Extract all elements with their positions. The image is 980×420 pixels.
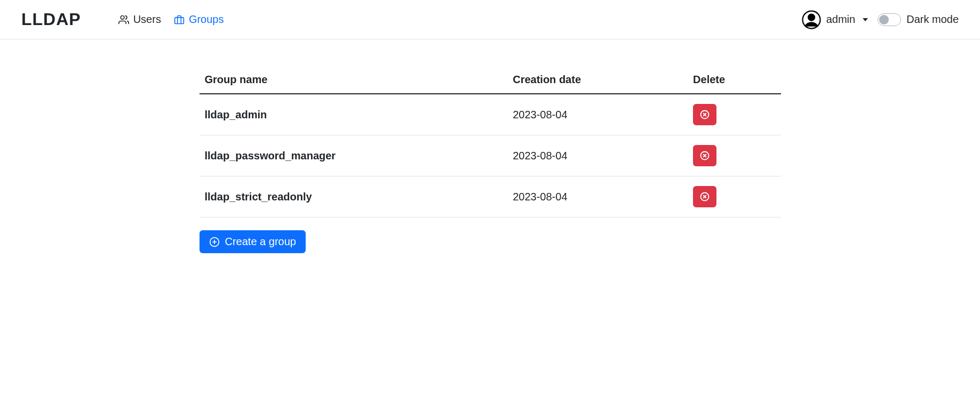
nav-users-label: Users bbox=[133, 13, 161, 26]
delete-button[interactable] bbox=[693, 145, 716, 166]
delete-cell bbox=[688, 176, 780, 217]
user-name: admin bbox=[826, 13, 855, 26]
navbar: LLDAP Users Groups admin bbox=[0, 0, 980, 39]
chevron-down-icon bbox=[863, 18, 868, 21]
group-date-cell: 2023-08-04 bbox=[507, 94, 688, 135]
create-group-label: Create a group bbox=[225, 236, 296, 248]
nav-groups[interactable]: Groups bbox=[174, 13, 224, 26]
group-name-cell[interactable]: lldap_password_manager bbox=[200, 135, 508, 176]
group-date-cell: 2023-08-04 bbox=[507, 135, 688, 176]
group-name-cell[interactable]: lldap_strict_readonly bbox=[200, 176, 508, 217]
create-group-button[interactable]: Create a group bbox=[200, 230, 306, 253]
table-row: lldap_strict_readonly2023-08-04 bbox=[200, 176, 781, 217]
group-name-cell[interactable]: lldap_admin bbox=[200, 94, 508, 135]
group-date-cell: 2023-08-04 bbox=[507, 176, 688, 217]
plus-circle-icon bbox=[209, 237, 220, 247]
dark-mode-label: Dark mode bbox=[906, 13, 959, 26]
nav-links: Users Groups bbox=[118, 13, 224, 26]
table-header-row: Group name Creation date Delete bbox=[200, 66, 781, 94]
col-header-date: Creation date bbox=[507, 66, 688, 94]
nav-users[interactable]: Users bbox=[118, 13, 161, 26]
col-header-delete: Delete bbox=[688, 66, 780, 94]
nav-groups-label: Groups bbox=[189, 13, 224, 26]
table-row: lldap_admin2023-08-04 bbox=[200, 94, 781, 135]
navbar-right: admin Dark mode bbox=[802, 10, 959, 29]
dark-mode-toggle[interactable] bbox=[878, 13, 901, 26]
svg-rect-1 bbox=[175, 17, 184, 23]
table-row: lldap_password_manager2023-08-04 bbox=[200, 135, 781, 176]
avatar-icon bbox=[802, 10, 821, 29]
x-circle-icon bbox=[700, 110, 710, 119]
groups-table: Group name Creation date Delete lldap_ad… bbox=[200, 66, 781, 217]
svg-point-3 bbox=[808, 14, 815, 20]
dark-mode-toggle-group: Dark mode bbox=[878, 13, 959, 26]
briefcase-icon bbox=[174, 14, 185, 25]
x-circle-icon bbox=[700, 151, 710, 160]
col-header-name: Group name bbox=[200, 66, 508, 94]
user-dropdown[interactable]: admin bbox=[802, 10, 868, 29]
delete-cell bbox=[688, 135, 780, 176]
toggle-knob bbox=[879, 15, 889, 25]
delete-button[interactable] bbox=[693, 186, 716, 207]
main-container: Group name Creation date Delete lldap_ad… bbox=[189, 66, 792, 253]
users-icon bbox=[118, 14, 129, 25]
brand-logo[interactable]: LLDAP bbox=[21, 10, 81, 29]
svg-point-0 bbox=[121, 15, 124, 19]
delete-cell bbox=[688, 94, 780, 135]
x-circle-icon bbox=[700, 192, 710, 201]
delete-button[interactable] bbox=[693, 104, 716, 125]
